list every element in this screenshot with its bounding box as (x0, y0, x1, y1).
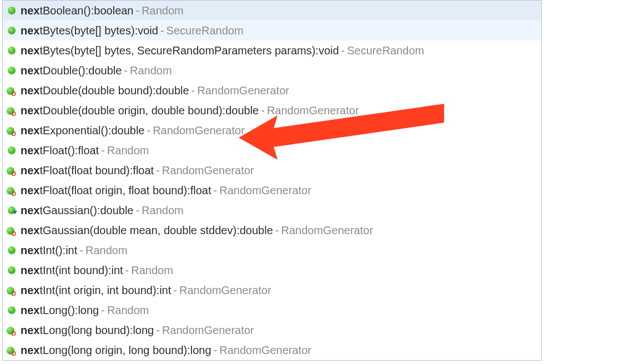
completion-source: RandomGenerator (219, 340, 311, 360)
completion-signature: tGaussian() (39, 200, 97, 220)
completion-signature: tInt() (39, 240, 62, 260)
method-default-icon: D (6, 85, 17, 96)
completion-return-type: long (78, 300, 99, 320)
completion-return-type: int (65, 240, 77, 260)
completion-signature: tLong(long bound) (39, 320, 129, 340)
method-default-icon: D (6, 105, 17, 116)
method-default-icon: D (6, 125, 17, 136)
completion-return-type: void (319, 41, 339, 60)
completion-source: Random (130, 60, 172, 80)
completion-item[interactable]: DnextFloat(float origin, float bound) : … (3, 180, 541, 200)
completion-match: nex (21, 100, 39, 120)
completion-source: RandomGenerator (162, 320, 254, 340)
completion-signature: tInt(int bound) (39, 260, 108, 280)
completion-signature: tGaussian(double mean, double stddev) (39, 220, 236, 240)
completion-item[interactable]: DnextLong(long bound) : long - RandomGen… (3, 320, 541, 340)
completion-source: Random (142, 1, 184, 21)
completion-match: nex (21, 180, 39, 200)
completion-match: nex (21, 300, 39, 320)
completion-match: nex (21, 340, 39, 360)
method-public-icon (6, 5, 17, 16)
method-default-icon: D (6, 225, 17, 236)
completion-match: nex (21, 160, 39, 180)
method-public-icon (6, 305, 17, 316)
completion-item[interactable]: nextFloat() : float - Random (3, 140, 541, 160)
completion-match: nex (21, 240, 39, 260)
completion-return-type: double (240, 220, 273, 240)
completion-signature: tLong(long origin, long bound) (39, 340, 187, 360)
completion-match: nex (21, 80, 39, 100)
completion-match: nex (21, 220, 39, 240)
method-public-icon (6, 145, 17, 156)
completion-source: Random (131, 260, 173, 280)
completion-signature: tBytes(byte[] bytes) (39, 21, 134, 41)
method-default-icon: D (6, 165, 17, 176)
completion-match: nex (21, 320, 39, 340)
completion-source: SecureRandom (167, 21, 244, 41)
completion-match: nex (21, 41, 39, 60)
method-default-icon: D (6, 285, 17, 296)
completion-source: Random (85, 240, 128, 260)
completion-match: nex (21, 60, 39, 80)
completion-match: nex (21, 200, 39, 220)
completion-signature: tDouble(double bound) (39, 80, 153, 100)
completion-source: SecureRandom (347, 41, 424, 60)
completion-source: Random (107, 300, 149, 320)
completion-source: RandomGenerator (197, 80, 289, 100)
completion-item[interactable]: DnextDouble(double origin, double bound)… (3, 100, 541, 120)
completion-signature: tExponential() (39, 120, 108, 140)
completion-item[interactable]: DnextFloat(float bound) : float - Random… (3, 160, 541, 180)
completion-source: Random (107, 140, 149, 160)
completion-item[interactable]: nextInt(int bound) : int - Random (3, 260, 541, 280)
completion-signature: tLong() (39, 300, 74, 320)
completion-item[interactable]: nextBytes(byte[] bytes) : void - SecureR… (3, 21, 541, 41)
completion-return-type: void (138, 21, 158, 41)
completion-source: RandomGenerator (153, 120, 245, 140)
completion-source: RandomGenerator (179, 280, 271, 300)
completion-item[interactable]: nextInt() : int - Random (3, 240, 541, 260)
completion-signature: tInt(int origin, int bound) (39, 280, 156, 300)
completion-source: RandomGenerator (281, 220, 373, 240)
completion-signature: tDouble() (39, 60, 85, 80)
method-public-icon (6, 25, 17, 36)
completion-return-type: boolean (94, 1, 133, 21)
completion-item[interactable]: DnextExponential() : double - RandomGene… (3, 120, 541, 140)
completion-return-type: double (225, 100, 259, 120)
completion-item[interactable]: DnextLong(long origin, long bound) : lon… (3, 340, 541, 360)
completion-signature: tFloat(float bound) (39, 160, 129, 180)
method-override-icon (6, 205, 17, 216)
completion-match: nex (21, 1, 39, 21)
completion-return-type: double (111, 120, 144, 140)
completion-match: nex (21, 280, 39, 300)
method-public-icon (6, 45, 17, 56)
method-public-icon (6, 65, 17, 76)
completion-item[interactable]: nextGaussian() : double - Random (3, 200, 541, 220)
method-default-icon: D (6, 345, 17, 356)
completion-signature: tBytes(byte[] bytes, SecureRandomParamet… (39, 41, 315, 60)
completion-item[interactable]: DnextInt(int origin, int bound) : int - … (3, 280, 541, 300)
completion-item[interactable]: DnextGaussian(double mean, double stddev… (3, 220, 541, 240)
method-public-icon (6, 245, 17, 256)
completion-source: RandomGenerator (162, 160, 254, 180)
completion-signature: tFloat(float origin, float bound) (39, 180, 187, 200)
completion-item[interactable]: nextBoolean() : boolean - Random (3, 1, 541, 21)
completion-return-type: float (133, 160, 154, 180)
completion-signature: tDouble(double origin, double bound) (39, 100, 222, 120)
completion-return-type: long (190, 340, 211, 360)
completion-match: nex (21, 140, 39, 160)
completion-return-type: double (156, 80, 189, 100)
completion-match: nex (21, 21, 39, 41)
completion-source: Random (142, 200, 184, 220)
completion-signature: tFloat() (39, 140, 74, 160)
completion-source: RandomGenerator (219, 180, 311, 200)
method-default-icon: D (6, 185, 17, 196)
autocomplete-popup[interactable]: nextBoolean() : boolean - RandomnextByte… (2, 0, 542, 361)
completion-item[interactable]: nextLong() : long - Random (3, 300, 541, 320)
completion-source: RandomGenerator (267, 100, 359, 120)
method-default-icon: D (6, 325, 17, 336)
completion-signature: tBoolean() (39, 1, 90, 21)
completion-item[interactable]: nextDouble() : double - Random (3, 60, 541, 80)
completion-item[interactable]: DnextDouble(double bound) : double - Ran… (3, 80, 541, 100)
method-public-icon (6, 265, 17, 276)
completion-item[interactable]: nextBytes(byte[] bytes, SecureRandomPara… (3, 41, 541, 60)
